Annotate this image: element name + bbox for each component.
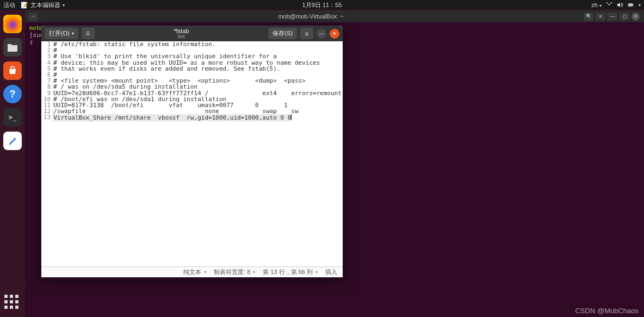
network-icon[interactable] bbox=[606, 2, 612, 8]
terminal-title: mob@mob-VirtualBox: ~ bbox=[38, 13, 584, 20]
terminal-new-tab-button[interactable]: ▫ bbox=[28, 13, 38, 21]
watermark: CSDN @MobChaos bbox=[575, 307, 639, 315]
app-menu-icon: 📝 bbox=[21, 2, 28, 9]
gedit-statusbar: 纯文本 制表符宽度: 8 第 13 行，第 66 列 插入 bbox=[41, 266, 343, 277]
show-applications-button[interactable] bbox=[4, 295, 21, 311]
svg-rect-5 bbox=[629, 4, 633, 5]
clock[interactable]: 1月9日 11：55 bbox=[302, 1, 342, 9]
gedit-syntax-selector[interactable]: 纯文本 bbox=[183, 268, 206, 276]
terminal-titlebar: ▫ mob@mob-VirtualBox: ~ 🔍 ≡ — ◻ ✕ bbox=[25, 10, 644, 22]
dock-software-center[interactable] bbox=[3, 61, 22, 80]
battery-icon[interactable] bbox=[628, 2, 634, 8]
gedit-new-tab-button[interactable] bbox=[82, 28, 95, 39]
gedit-line-gutter: 1 2 3 4 5 6 7 8 9 10 11 12 13 bbox=[41, 41, 53, 121]
gedit-headerbar[interactable]: 打开(O) ▾ *fstab /etc 保存(S) ≡ — ✕ bbox=[41, 26, 343, 41]
gedit-close-button[interactable]: ✕ bbox=[330, 29, 339, 39]
dock-help[interactable]: ? bbox=[3, 85, 22, 103]
svg-rect-4 bbox=[633, 4, 633, 5]
dock-firefox[interactable] bbox=[3, 15, 22, 33]
new-document-icon bbox=[86, 30, 90, 37]
chevron-down-icon: ▾ bbox=[72, 31, 74, 36]
dock-terminal[interactable]: >_ bbox=[3, 108, 22, 127]
gedit-open-button[interactable]: 打开(O) ▾ bbox=[45, 28, 78, 39]
dock: ? >_ bbox=[0, 10, 25, 317]
chevron-down-icon: ▾ bbox=[63, 3, 65, 8]
terminal-menu-button[interactable]: ≡ bbox=[596, 13, 605, 21]
gedit-open-label: 打开(O) bbox=[49, 29, 70, 38]
gedit-cursor-position[interactable]: 第 13 行，第 66 列 bbox=[263, 268, 318, 276]
gedit-minimize-button[interactable]: — bbox=[317, 29, 326, 39]
terminal-minimize-button[interactable]: — bbox=[608, 13, 617, 21]
gedit-filepath: /etc bbox=[98, 34, 265, 39]
dock-files[interactable] bbox=[3, 38, 22, 57]
app-menu-label: 文本编辑器 bbox=[30, 1, 60, 9]
gedit-insert-mode: 插入 bbox=[325, 268, 337, 276]
gedit-title: *fstab /etc bbox=[98, 28, 265, 39]
gnome-top-bar: 活动 📝 文本编辑器 ▾ 1月9日 11：55 zh ▾ ▾ bbox=[0, 0, 644, 10]
terminal-close-button[interactable]: ✕ bbox=[631, 13, 640, 21]
gedit-window: 打开(O) ▾ *fstab /etc 保存(S) ≡ — ✕ 1 2 3 4 … bbox=[41, 26, 343, 277]
input-method-indicator[interactable]: zh ▾ bbox=[591, 2, 602, 8]
gedit-editor-area[interactable]: 1 2 3 4 5 6 7 8 9 10 11 12 13 # /etc/fst… bbox=[41, 41, 343, 121]
terminal-search-button[interactable]: 🔍 bbox=[584, 13, 593, 21]
gedit-hamburger-button[interactable]: ≡ bbox=[300, 28, 313, 39]
gedit-filename: *fstab bbox=[98, 28, 265, 34]
chevron-down-icon[interactable]: ▾ bbox=[639, 3, 641, 8]
activities-button[interactable]: 活动 bbox=[3, 1, 15, 9]
svg-rect-6 bbox=[86, 32, 89, 35]
dock-text-editor[interactable] bbox=[3, 132, 22, 150]
terminal-maximize-button[interactable]: ◻ bbox=[620, 13, 629, 21]
app-menu[interactable]: 📝 文本编辑器 ▾ bbox=[21, 1, 65, 9]
gedit-save-button[interactable]: 保存(S) bbox=[268, 28, 297, 39]
volume-icon[interactable] bbox=[617, 2, 623, 8]
gedit-tabwidth-selector[interactable]: 制表符宽度: 8 bbox=[214, 268, 255, 276]
gedit-code-area[interactable]: # /etc/fstab: static file system informa… bbox=[53, 41, 343, 121]
